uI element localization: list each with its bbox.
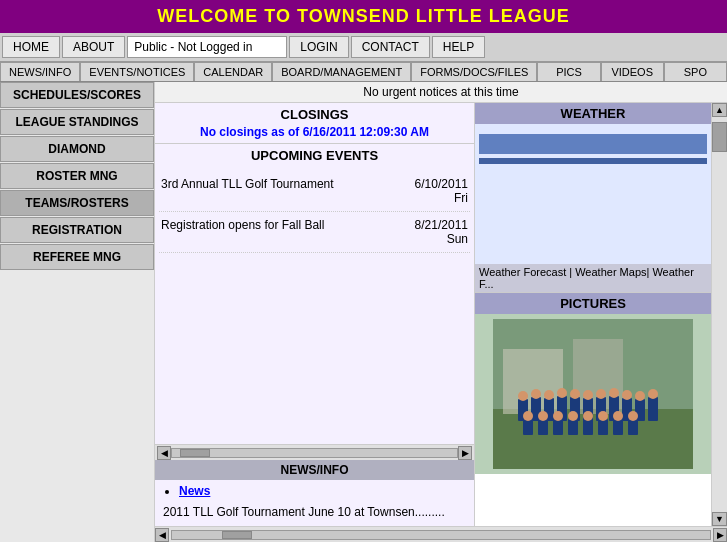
header-banner: WELCOME TO TOWNSEND LITTLE LEAGUE bbox=[0, 0, 727, 33]
svg-rect-29 bbox=[568, 419, 578, 435]
svg-rect-31 bbox=[598, 419, 608, 435]
help-button[interactable]: HELP bbox=[432, 36, 485, 58]
svg-point-24 bbox=[635, 391, 645, 401]
right-content-panel: WEATHER Weather Forecast | Weather Maps|… bbox=[475, 103, 711, 526]
pictures-content bbox=[475, 314, 711, 474]
videos-nav[interactable]: VIDEOS bbox=[601, 62, 664, 81]
weather-section: WEATHER Weather Forecast | Weather Maps|… bbox=[475, 103, 711, 293]
spo-nav[interactable]: SPO bbox=[664, 62, 727, 81]
notice-text: No urgent notices at this time bbox=[363, 85, 518, 99]
scroll-thumb[interactable] bbox=[180, 449, 210, 457]
svg-point-34 bbox=[523, 411, 533, 421]
content-area: No urgent notices at this time CLOSINGS … bbox=[155, 82, 727, 542]
events-notices-nav[interactable]: EVENTS/NOTICES bbox=[80, 62, 194, 81]
news-content: News 2011 TLL Golf Tournament June 10 at… bbox=[155, 480, 474, 526]
closings-text: No closings as of 6/16/2011 12:09:30 AM bbox=[159, 125, 470, 139]
svg-rect-30 bbox=[583, 419, 593, 435]
vertical-scrollbar[interactable]: ▲ ▼ bbox=[711, 103, 727, 526]
left-sidebar: SCHEDULES/SCORES LEAGUE STANDINGS DIAMON… bbox=[0, 82, 155, 542]
svg-point-37 bbox=[568, 411, 578, 421]
pictures-section: PICTURES bbox=[475, 293, 711, 526]
pictures-title: PICTURES bbox=[475, 293, 711, 314]
svg-point-39 bbox=[598, 411, 608, 421]
weather-links: Weather Forecast | Weather Maps| Weather… bbox=[475, 264, 711, 292]
svg-point-15 bbox=[518, 391, 528, 401]
main-content: SCHEDULES/SCORES LEAGUE STANDINGS DIAMON… bbox=[0, 82, 727, 542]
svg-point-23 bbox=[622, 390, 632, 400]
event-date-2: 8/21/2011Sun bbox=[415, 218, 468, 246]
svg-rect-26 bbox=[523, 419, 533, 435]
svg-point-35 bbox=[538, 411, 548, 421]
events-title: UPCOMING EVENTS bbox=[155, 144, 474, 167]
svg-rect-28 bbox=[553, 419, 563, 435]
svg-point-17 bbox=[544, 390, 554, 400]
svg-rect-33 bbox=[628, 419, 638, 435]
svg-point-20 bbox=[583, 390, 593, 400]
forms-docs-nav[interactable]: FORMS/DOCS/FILES bbox=[411, 62, 537, 81]
sidebar-roster-mng[interactable]: ROSTER MNG bbox=[0, 163, 154, 189]
svg-point-22 bbox=[609, 388, 619, 398]
news-title: NEWS/INFO bbox=[155, 460, 474, 480]
event-item-1: 3rd Annual TLL Golf Tournament 6/10/2011… bbox=[159, 171, 470, 212]
bottom-scroll-thumb[interactable] bbox=[222, 531, 252, 539]
notice-bar: No urgent notices at this time bbox=[155, 82, 727, 103]
weather-bar-1 bbox=[479, 134, 707, 154]
sidebar-league-standings[interactable]: LEAGUE STANDINGS bbox=[0, 109, 154, 135]
svg-point-19 bbox=[570, 389, 580, 399]
event-item-2: Registration opens for Fall Ball 8/21/20… bbox=[159, 212, 470, 253]
bottom-scroll-right-arrow[interactable]: ▶ bbox=[713, 528, 727, 542]
svg-point-40 bbox=[613, 411, 623, 421]
svg-point-41 bbox=[628, 411, 638, 421]
svg-rect-14 bbox=[648, 397, 658, 421]
closings-title: CLOSINGS bbox=[159, 107, 470, 122]
events-scroll-area[interactable]: 3rd Annual TLL Golf Tournament 6/10/2011… bbox=[155, 167, 474, 444]
event-name-1: 3rd Annual TLL Golf Tournament bbox=[161, 177, 334, 205]
news-section: NEWS/INFO News 2011 TLL Golf Tournament … bbox=[155, 460, 474, 526]
weather-content bbox=[475, 124, 711, 264]
team-photo-svg bbox=[493, 319, 693, 469]
home-button[interactable]: HOME bbox=[2, 36, 60, 58]
content-grid: CLOSINGS No closings as of 6/16/2011 12:… bbox=[155, 103, 727, 526]
sidebar-teams-rosters[interactable]: TEAMS/ROSTERS bbox=[0, 190, 154, 216]
weather-bar-2 bbox=[479, 158, 707, 164]
weather-links-text[interactable]: Weather Forecast | Weather Maps| Weather… bbox=[479, 266, 694, 290]
scroll-left-arrow[interactable]: ◀ bbox=[157, 446, 171, 460]
weather-title: WEATHER bbox=[475, 103, 711, 124]
login-button[interactable]: LOGIN bbox=[289, 36, 348, 58]
left-content-panel: CLOSINGS No closings as of 6/16/2011 12:… bbox=[155, 103, 475, 526]
v-scroll-track bbox=[712, 117, 727, 512]
top-navigation: HOME ABOUT LOGIN CONTACT HELP bbox=[0, 33, 727, 62]
svg-point-21 bbox=[596, 389, 606, 399]
svg-point-36 bbox=[553, 411, 563, 421]
event-date-1: 6/10/2011Fri bbox=[415, 177, 468, 205]
svg-point-18 bbox=[557, 388, 567, 398]
calendar-nav[interactable]: CALENDAR bbox=[194, 62, 272, 81]
contact-button[interactable]: CONTACT bbox=[351, 36, 430, 58]
news-article: 2011 TLL Golf Tournament June 10 at Town… bbox=[163, 502, 466, 522]
board-management-nav[interactable]: BOARD/MANAGEMENT bbox=[272, 62, 411, 81]
sidebar-schedules-scores[interactable]: SCHEDULES/SCORES bbox=[0, 82, 154, 108]
svg-point-38 bbox=[583, 411, 593, 421]
news-link[interactable]: News bbox=[179, 484, 210, 498]
horizontal-scrollbar[interactable]: ◀ ▶ bbox=[155, 444, 474, 460]
secondary-navigation: NEWS/INFO EVENTS/NOTICES CALENDAR BOARD/… bbox=[0, 62, 727, 82]
scroll-down-arrow[interactable]: ▼ bbox=[712, 512, 727, 526]
bottom-scrollbar[interactable]: ◀ ▶ bbox=[155, 526, 727, 542]
sidebar-diamond[interactable]: DIAMOND bbox=[0, 136, 154, 162]
about-button[interactable]: ABOUT bbox=[62, 36, 125, 58]
news-info-nav[interactable]: NEWS/INFO bbox=[0, 62, 80, 81]
v-scroll-thumb[interactable] bbox=[712, 122, 727, 152]
pics-nav[interactable]: PICS bbox=[537, 62, 600, 81]
svg-rect-27 bbox=[538, 419, 548, 435]
scroll-right-arrow[interactable]: ▶ bbox=[458, 446, 472, 460]
svg-point-25 bbox=[648, 389, 658, 399]
sidebar-referee-mng[interactable]: REFEREE MNG bbox=[0, 244, 154, 270]
svg-rect-32 bbox=[613, 419, 623, 435]
scroll-track bbox=[171, 448, 458, 458]
sidebar-registration[interactable]: REGISTRATION bbox=[0, 217, 154, 243]
user-status-input[interactable] bbox=[127, 36, 287, 58]
scroll-up-arrow[interactable]: ▲ bbox=[712, 103, 727, 117]
closings-section: CLOSINGS No closings as of 6/16/2011 12:… bbox=[155, 103, 474, 144]
bottom-scroll-track bbox=[171, 530, 711, 540]
bottom-scroll-left-arrow[interactable]: ◀ bbox=[155, 528, 169, 542]
